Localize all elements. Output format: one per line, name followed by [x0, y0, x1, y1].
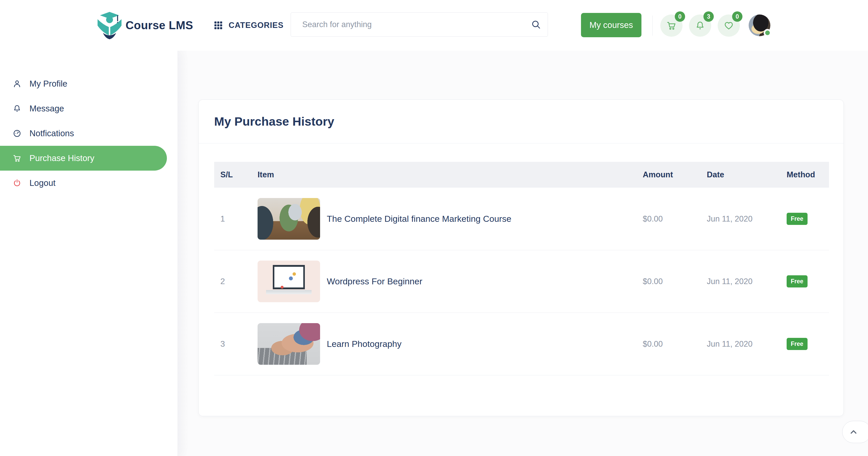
cart-count-badge: 0 [675, 11, 685, 22]
brand-name: Course LMS [126, 19, 193, 32]
purchase-history-card: My Purchase History S/L Item Amount Date… [198, 99, 844, 416]
notifications-button[interactable]: 3 [689, 15, 711, 37]
heart-icon [723, 20, 734, 31]
row-method-cell: Free [786, 213, 823, 225]
brand-logo[interactable]: Course LMS [96, 10, 193, 40]
sidebar-item-notifications[interactable]: Notfications [0, 121, 178, 146]
cart-icon [12, 153, 22, 163]
payment-method-badge: Free [786, 213, 808, 225]
grid-icon [214, 21, 223, 30]
bell-icon [695, 20, 706, 31]
row-item-cell: Learn Photography [257, 323, 643, 365]
search-icon [531, 19, 541, 30]
row-date: Jun 11, 2020 [707, 277, 786, 286]
sidebar-item-message[interactable]: Message [0, 96, 178, 121]
user-icon [12, 79, 22, 88]
row-date: Jun 11, 2020 [707, 214, 786, 224]
cart-button[interactable]: 0 [660, 15, 683, 37]
categories-label: CATEGORIES [228, 21, 284, 30]
column-header-item: Item [257, 170, 643, 179]
search-submit-button[interactable] [524, 13, 548, 36]
row-serial: 2 [220, 277, 257, 286]
course-title-link[interactable]: Wordpress For Beginner [327, 276, 423, 286]
wishlist-button[interactable]: 0 [718, 15, 740, 37]
column-header-method: Method [786, 170, 823, 179]
column-header-amount: Amount [643, 170, 707, 179]
course-lms-app: Course LMS CATEGORIES My courses [0, 0, 868, 456]
row-method-cell: Free [786, 338, 823, 350]
payment-method-badge: Free [786, 275, 808, 287]
search-input[interactable] [291, 20, 524, 29]
wishlist-count-badge: 0 [732, 11, 742, 22]
sidebar-item-my-profile[interactable]: My Profile [0, 72, 178, 96]
notifications-count-badge: 3 [704, 11, 714, 22]
graduation-book-icon [96, 10, 123, 40]
table-row: 1 The Complete Digital finance Marketing… [214, 188, 829, 250]
user-avatar[interactable] [749, 15, 770, 36]
account-sidebar: My Profile Message Notfications [0, 51, 178, 456]
power-icon [12, 178, 22, 188]
row-serial: 3 [220, 339, 257, 349]
row-serial: 1 [220, 214, 257, 224]
cart-icon [666, 20, 677, 31]
sidebar-item-label: Notfications [29, 129, 74, 138]
row-item-cell: Wordpress For Beginner [257, 261, 643, 302]
my-courses-button[interactable]: My courses [581, 13, 642, 37]
course-thumbnail[interactable] [257, 323, 320, 365]
row-method-cell: Free [786, 275, 823, 287]
purchase-table-body: 1 The Complete Digital finance Marketing… [214, 188, 829, 375]
course-title-link[interactable]: Learn Photography [327, 339, 401, 349]
payment-method-badge: Free [786, 338, 808, 350]
gauge-icon [12, 129, 22, 138]
search-bar [291, 12, 548, 37]
row-amount: $0.00 [643, 214, 707, 224]
row-amount: $0.00 [643, 339, 707, 349]
bell-icon [12, 104, 22, 113]
chevron-up-icon [848, 426, 859, 438]
page-title: My Purchase History [214, 114, 334, 129]
main-content: My Purchase History S/L Item Amount Date… [178, 51, 868, 456]
table-row: 2 Wordpress For Beginner $0.00 Jun 11, 2… [214, 250, 829, 313]
course-thumbnail[interactable] [257, 198, 320, 239]
row-amount: $0.00 [643, 277, 707, 286]
row-date: Jun 11, 2020 [707, 339, 786, 349]
categories-button[interactable]: CATEGORIES [214, 0, 284, 51]
table-row: 3 Learn Photography $0.00 Jun 11, 2020 F… [214, 313, 829, 375]
top-header: Course LMS CATEGORIES My courses [0, 0, 868, 51]
header-divider [652, 16, 653, 36]
sidebar-item-label: Message [29, 104, 64, 113]
table-header-row: S/L Item Amount Date Method [214, 162, 829, 188]
course-title-link[interactable]: The Complete Digital finance Marketing C… [327, 214, 511, 224]
column-header-date: Date [707, 170, 786, 179]
scroll-to-top-button[interactable] [842, 421, 868, 443]
sidebar-item-label: Logout [29, 178, 56, 188]
row-item-cell: The Complete Digital finance Marketing C… [257, 198, 643, 239]
purchase-table: S/L Item Amount Date Method 1 The Comple… [214, 162, 829, 375]
online-status-dot [764, 29, 771, 37]
sidebar-item-purchase-history[interactable]: Purchase History [0, 146, 167, 171]
column-header-sl: S/L [220, 170, 257, 179]
course-thumbnail[interactable] [257, 261, 320, 302]
sidebar-item-label: My Profile [29, 79, 67, 89]
sidebar-item-label: Purchase History [29, 153, 94, 163]
sidebar-item-logout[interactable]: Logout [0, 171, 178, 195]
